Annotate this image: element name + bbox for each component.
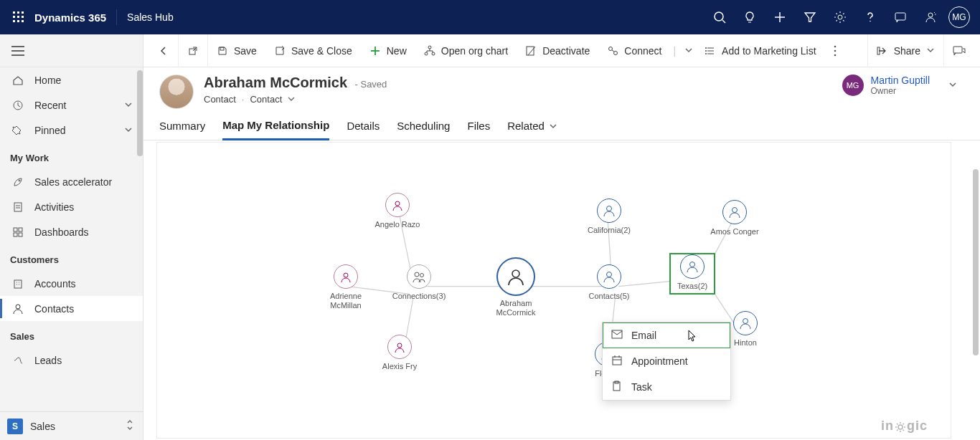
clipboard-icon bbox=[11, 201, 24, 213]
sidebar-item-label: Contacts bbox=[34, 303, 74, 315]
svg-point-34 bbox=[428, 46, 431, 49]
context-menu-email[interactable]: Email bbox=[603, 322, 730, 348]
new-label: New bbox=[387, 45, 407, 57]
assistant-icon[interactable] bbox=[915, 0, 946, 34]
svg-rect-6 bbox=[13, 20, 15, 22]
chevron-down-icon[interactable] bbox=[288, 95, 295, 104]
chevron-down-icon[interactable] bbox=[684, 45, 693, 57]
overflow-button[interactable] bbox=[825, 34, 845, 67]
sidebar-item-activities[interactable]: Activities bbox=[0, 194, 143, 219]
tab-scheduling[interactable]: Scheduling bbox=[397, 119, 450, 140]
sidebar-item-recent[interactable]: Recent bbox=[0, 92, 143, 118]
owner-avatar: MG bbox=[842, 75, 864, 96]
gear-icon[interactable] bbox=[825, 0, 855, 34]
app-name[interactable]: Sales Hub bbox=[127, 11, 174, 23]
sidebar-scrollbar[interactable] bbox=[137, 70, 143, 156]
help-icon[interactable] bbox=[855, 0, 885, 34]
tab-details[interactable]: Details bbox=[347, 119, 380, 140]
sidebar-item-label: Sales accelerator bbox=[34, 176, 112, 188]
save-close-icon bbox=[274, 45, 286, 57]
sidebar-item-sales-accelerator[interactable]: Sales accelerator bbox=[0, 169, 143, 194]
svg-line-87 bbox=[903, 424, 904, 425]
gear-icon bbox=[895, 421, 906, 433]
svg-rect-23 bbox=[14, 203, 22, 211]
sidebar-item-accounts[interactable]: Accounts bbox=[0, 271, 143, 296]
app-launcher-icon[interactable] bbox=[7, 6, 30, 29]
deactivate-button[interactable]: Deactivate bbox=[517, 34, 598, 67]
sidebar-toggle[interactable] bbox=[0, 34, 143, 67]
save-close-label: Save & Close bbox=[291, 45, 352, 57]
svg-point-63 bbox=[395, 201, 400, 206]
save-close-button[interactable]: Save & Close bbox=[265, 34, 361, 67]
context-menu-appointment[interactable]: Appointment bbox=[603, 348, 730, 374]
graph-node-alexis[interactable]: Alexis Fry bbox=[378, 335, 421, 371]
connect-label: Connect bbox=[624, 45, 661, 57]
tab-map-my-relationship[interactable]: Map My Relationship bbox=[222, 119, 329, 140]
sidebar-item-contacts[interactable]: Contacts bbox=[0, 296, 143, 321]
contact-photo[interactable] bbox=[159, 75, 194, 109]
canvas-scrollbar[interactable] bbox=[973, 169, 979, 355]
tab-summary[interactable]: Summary bbox=[159, 119, 205, 140]
chevron-down-icon[interactable] bbox=[926, 45, 935, 57]
connect-button[interactable]: Connect | bbox=[598, 34, 696, 67]
graph-node-amos[interactable]: Amos Conger bbox=[706, 200, 763, 236]
person-icon bbox=[11, 303, 24, 315]
add-to-marketing-list-button[interactable]: Add to Marketing List bbox=[696, 34, 825, 67]
search-icon[interactable] bbox=[705, 0, 735, 34]
new-button[interactable]: New bbox=[361, 34, 415, 67]
pin-icon bbox=[11, 125, 24, 136]
sidebar-item-leads[interactable]: Leads bbox=[0, 348, 143, 373]
brand-label[interactable]: Dynamics 365 bbox=[34, 11, 106, 24]
people-icon bbox=[407, 264, 431, 289]
chevron-down-icon[interactable] bbox=[948, 79, 957, 92]
graph-node-contacts[interactable]: Contacts(5) bbox=[580, 264, 638, 301]
context-menu-task[interactable]: Task bbox=[603, 374, 730, 400]
entity-type: Contact bbox=[204, 94, 236, 105]
svg-point-65 bbox=[397, 343, 402, 348]
owner-name[interactable]: Martin Guptill bbox=[871, 75, 930, 86]
relationship-canvas[interactable]: Abraham McCormick Connections(3) Angelo … bbox=[156, 142, 951, 439]
sidebar-item-home[interactable]: Home bbox=[0, 67, 143, 92]
graph-node-adrienne[interactable]: Adrienne McMillan bbox=[321, 264, 371, 310]
open-org-chart-button[interactable]: Open org chart bbox=[415, 34, 517, 67]
owner-block[interactable]: MG Martin Guptill Owner bbox=[842, 75, 964, 96]
graph-node-texas[interactable]: Texas(2) bbox=[670, 254, 715, 294]
svg-rect-48 bbox=[877, 47, 880, 54]
back-button[interactable] bbox=[149, 34, 179, 67]
sidebar-section-mywork: My Work bbox=[0, 143, 143, 169]
tab-related[interactable]: Related bbox=[507, 119, 557, 140]
tab-files[interactable]: Files bbox=[467, 119, 490, 140]
svg-rect-4 bbox=[17, 16, 19, 18]
command-bar: Save Save & Close New Open org chart Dea… bbox=[143, 34, 980, 67]
email-icon bbox=[611, 330, 623, 342]
graph-node-california[interactable]: California(2) bbox=[580, 199, 638, 235]
svg-rect-25 bbox=[19, 228, 22, 231]
graph-node-connections[interactable]: Connections(3) bbox=[390, 264, 448, 301]
popout-button[interactable] bbox=[179, 34, 208, 67]
sidebar-item-dashboards[interactable]: Dashboards bbox=[0, 219, 143, 244]
plus-icon[interactable] bbox=[765, 0, 795, 34]
person-icon bbox=[597, 199, 621, 223]
form-name[interactable]: Contact bbox=[250, 94, 282, 105]
graph-node-angelo[interactable]: Angelo Razo bbox=[372, 193, 423, 229]
area-switcher[interactable]: S Sales bbox=[0, 411, 143, 440]
svg-rect-49 bbox=[953, 47, 962, 53]
global-header: Dynamics 365 Sales Hub MG bbox=[0, 0, 980, 34]
user-avatar[interactable]: MG bbox=[948, 6, 970, 28]
svg-rect-8 bbox=[22, 20, 24, 22]
building-icon bbox=[11, 278, 24, 290]
graph-node-center[interactable]: Abraham McCormick bbox=[484, 257, 548, 317]
teams-chat-button[interactable] bbox=[943, 34, 974, 67]
save-button[interactable]: Save bbox=[208, 34, 265, 67]
svg-point-64 bbox=[344, 273, 348, 277]
area-label: Sales bbox=[30, 421, 55, 432]
tab-strip: Summary Map My Relationship Details Sche… bbox=[143, 109, 980, 140]
clock-icon bbox=[11, 100, 24, 111]
lightbulb-icon[interactable] bbox=[735, 0, 765, 34]
person-icon bbox=[334, 264, 358, 289]
person-icon bbox=[387, 335, 412, 359]
chat-icon[interactable] bbox=[885, 0, 915, 34]
share-button[interactable]: Share bbox=[894, 45, 920, 57]
filter-icon[interactable] bbox=[795, 0, 825, 34]
sidebar-item-pinned[interactable]: Pinned bbox=[0, 118, 143, 143]
